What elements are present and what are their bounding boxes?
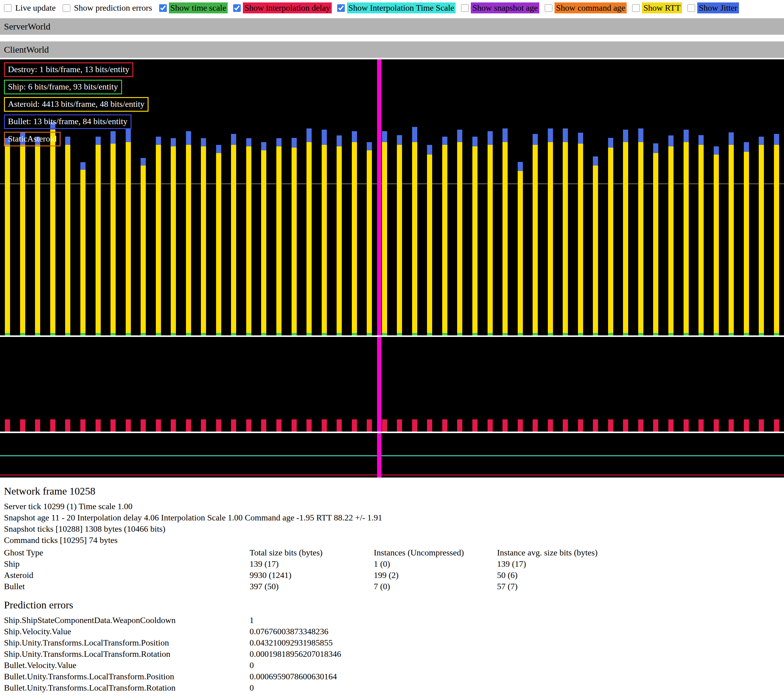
server-tick-line: Server tick 10299 (1) Time scale 1.00 bbox=[4, 501, 784, 512]
delay-bar bbox=[276, 419, 282, 432]
delay-bar bbox=[563, 419, 568, 432]
bar-ship bbox=[608, 333, 613, 335]
bar-asteroid bbox=[216, 153, 221, 335]
toolbar-checkbox[interactable] bbox=[461, 4, 469, 12]
toolbar-item[interactable]: Show time scale bbox=[159, 2, 228, 13]
bar-asteroid bbox=[201, 147, 206, 335]
frame-cursor bbox=[377, 433, 381, 478]
bar-bullet bbox=[563, 128, 568, 142]
network-debugger-page: Live updateShow prediction errorsShow ti… bbox=[0, 0, 784, 700]
legend-item: StaticAsteroid bbox=[4, 132, 60, 147]
server-world-header[interactable]: ServerWorld bbox=[0, 18, 784, 35]
bar-bullet bbox=[80, 162, 85, 170]
bar-ship bbox=[638, 333, 643, 335]
bar-bullet bbox=[156, 137, 161, 145]
prediction-error-name: Bullet.Velocity.Value bbox=[4, 660, 250, 671]
toolbar-checkbox[interactable] bbox=[159, 4, 167, 12]
prediction-error-name: Bullet.Unity.Transforms.LocalTransform.R… bbox=[4, 682, 250, 693]
bar-asteroid bbox=[457, 142, 462, 335]
client-world-header[interactable]: ClientWorld bbox=[0, 42, 784, 58]
toolbar-label: Show time scale bbox=[169, 2, 228, 13]
ghost-table-header: Total size bits (bytes) bbox=[250, 547, 374, 558]
bar-ship bbox=[126, 333, 131, 335]
bar-asteroid bbox=[5, 145, 10, 335]
toolbar-label: Show prediction errors bbox=[72, 2, 154, 13]
bar-ship bbox=[502, 333, 508, 335]
bar-ship bbox=[186, 333, 191, 335]
bar-ship bbox=[20, 333, 25, 335]
bar-asteroid bbox=[171, 147, 176, 335]
bar-asteroid bbox=[684, 142, 689, 335]
bar-bullet bbox=[714, 147, 719, 155]
bar-ship bbox=[427, 333, 432, 335]
delay-bar bbox=[578, 419, 583, 432]
ghost-table-header: Instances (Uncompressed) bbox=[374, 547, 497, 558]
bar-ship bbox=[216, 333, 221, 335]
delay-bar bbox=[397, 419, 402, 432]
toolbar-checkbox[interactable] bbox=[632, 4, 640, 12]
bar-bullet bbox=[141, 158, 146, 165]
toolbar-checkbox[interactable] bbox=[63, 4, 70, 12]
interpolation-delay-chart[interactable] bbox=[0, 337, 784, 432]
bar-bullet bbox=[578, 133, 583, 143]
toolbar-item[interactable]: Show RTT bbox=[632, 2, 682, 13]
prediction-errors-table: Ship.ShipStateComponentData.WeaponCooldo… bbox=[4, 615, 784, 693]
delay-bar bbox=[322, 419, 327, 432]
toolbar-item[interactable]: Show snapshot age bbox=[461, 2, 539, 13]
legend-item: Bullet: 13 bits/frame, 84 bits/entity bbox=[4, 115, 132, 129]
bar-ship bbox=[156, 333, 161, 335]
toolbar-item[interactable]: Show Jitter bbox=[687, 2, 739, 13]
prediction-error-value: 0.043210092931985855 bbox=[250, 637, 784, 648]
delay-bar bbox=[608, 419, 613, 432]
toolbar-checkbox[interactable] bbox=[4, 4, 12, 12]
toolbar-checkbox[interactable] bbox=[337, 4, 345, 12]
bar-ship bbox=[533, 333, 538, 335]
toolbar-checkbox[interactable] bbox=[545, 4, 552, 12]
ghost-table: Ghost TypeTotal size bits (bytes)Instanc… bbox=[4, 547, 784, 592]
toolbar-item[interactable]: Show command age bbox=[545, 2, 627, 13]
frame-info: Network frame 10258 Server tick 10299 (1… bbox=[0, 478, 784, 700]
toolbar-item[interactable]: Live update bbox=[4, 2, 57, 13]
bar-asteroid bbox=[80, 170, 85, 335]
bar-asteroid bbox=[578, 143, 583, 335]
bar-ship bbox=[548, 333, 553, 335]
bar-asteroid bbox=[156, 145, 161, 335]
delay-bar bbox=[759, 419, 764, 432]
bar-bullet bbox=[337, 135, 342, 147]
bar-asteroid bbox=[608, 148, 613, 335]
bar-asteroid bbox=[472, 147, 477, 335]
delay-bar bbox=[593, 419, 598, 432]
legend: Destroy: 1 bits/frame, 13 bits/entityShi… bbox=[4, 62, 148, 149]
bar-ship bbox=[307, 333, 312, 335]
prediction-error-name: Ship.Velocity.Value bbox=[4, 626, 250, 637]
timescale-chart[interactable] bbox=[0, 433, 784, 478]
bar-asteroid bbox=[126, 142, 131, 335]
delay-bar bbox=[714, 419, 719, 432]
prediction-errors-title: Prediction errors bbox=[4, 599, 784, 611]
delay-bar bbox=[744, 419, 749, 432]
bar-asteroid bbox=[502, 142, 508, 335]
toolbar-item[interactable]: Show prediction errors bbox=[63, 2, 154, 13]
bar-ship bbox=[292, 333, 297, 335]
toolbar-checkbox[interactable] bbox=[687, 4, 695, 12]
ghost-value-cell: 139 (17) bbox=[250, 558, 374, 570]
prediction-error-value: 0.0006959078600630164 bbox=[250, 671, 784, 682]
snapshot-size-chart[interactable]: Destroy: 1 bits/frame, 13 bits/entityShi… bbox=[0, 59, 784, 335]
delay-bar bbox=[261, 419, 266, 432]
bar-asteroid bbox=[653, 153, 658, 335]
bar-bullet bbox=[231, 134, 236, 145]
delay-bar bbox=[156, 419, 161, 432]
bar-bullet bbox=[367, 142, 372, 150]
toolbar-item[interactable]: Show Interpolation Time Scale bbox=[337, 2, 456, 13]
bar-asteroid bbox=[186, 145, 191, 335]
bar-asteroid bbox=[638, 142, 643, 335]
delay-bar bbox=[548, 419, 553, 432]
delay-bar bbox=[442, 419, 447, 432]
toolbar-checkbox[interactable] bbox=[233, 4, 241, 12]
delay-bars bbox=[0, 337, 784, 432]
interpolation-timescale-line bbox=[0, 455, 784, 456]
prediction-error-name: Ship.Unity.Transforms.LocalTransform.Rot… bbox=[4, 648, 250, 660]
prediction-error-value: 1 bbox=[250, 615, 784, 626]
delay-bar bbox=[337, 419, 342, 432]
toolbar-item[interactable]: Show interpolation delay bbox=[233, 2, 332, 13]
